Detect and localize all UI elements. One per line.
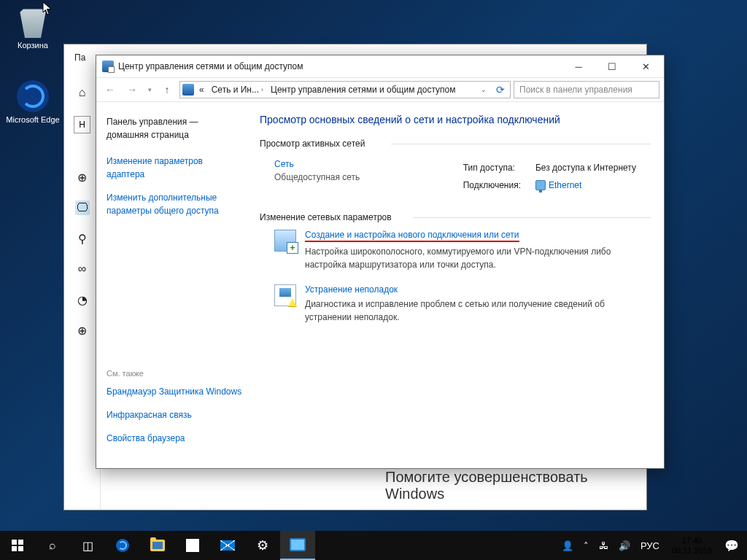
home-icon[interactable]: ⌂ [75,85,90,100]
recycle-bin-icon [17,6,49,38]
network-tray-icon[interactable]: 🖧 [594,531,614,560]
connections-label: Подключения: [463,178,534,194]
firewall-link[interactable]: Брандмауэр Защитника Windows [107,385,242,398]
troubleshoot-icon [274,284,296,306]
ethernet-link[interactable]: Ethernet [549,180,581,190]
data-usage-icon[interactable]: ◔ [75,292,90,307]
explorer-taskbar[interactable] [140,531,175,560]
network-name[interactable]: Сеть [274,159,360,169]
main-pane: Просмотр основных сведений о сети и наст… [252,102,664,468]
status-icon[interactable]: ⊕ [75,170,90,184]
store-taskbar[interactable] [175,531,210,560]
start-button[interactable] [0,531,35,560]
network-type: Общедоступная сеть [274,172,360,182]
sharing-settings-link[interactable]: Изменить дополнительные параметры общего… [107,191,242,217]
address-icon [182,84,194,96]
system-tray: 👤 ˄ 🖧 🔊 РУС 17:40 08.11.2018 💬 [557,531,747,560]
page-title: Просмотр основных сведений о сети и наст… [260,114,651,125]
task-view-button[interactable]: ◫ [70,531,105,560]
proxy-icon[interactable]: ⊕ [75,323,90,338]
recycle-bin-label: Корзина [6,41,60,50]
new-connection-desc: Настройка широкополосного, коммутируемог… [305,245,651,271]
adapter-settings-link[interactable]: Изменение параметров адаптера [107,155,242,181]
tray-chevron[interactable]: ˄ [578,531,594,560]
new-connection-icon [274,230,296,252]
notifications-icon[interactable]: 💬 [719,531,744,560]
people-icon[interactable]: 👤 [557,531,578,560]
feedback-text: Помогите усовершенствовать Windows [385,469,646,502]
refresh-button[interactable]: ⟳ [493,81,508,98]
search-nav[interactable]: Н [74,116,90,133]
edge-label: Microsoft Edge [6,115,60,124]
change-settings-header: Изменение сетевых параметров [260,212,651,222]
edge-taskbar[interactable] [105,531,140,560]
ethernet-icon [535,180,546,190]
sidebar: Панель управления — домашняя страница Из… [96,102,252,468]
time-text: 17:40 [682,535,703,545]
breadcrumb-seg2[interactable]: Центр управления сетями и общим доступом [268,83,458,96]
troubleshoot-action: Устранение неполадок Диагностика и испра… [274,284,651,324]
network-center-window: Центр управления сетями и общим доступом… [96,55,665,469]
toolbar: ← → ▾ ↑ « Сеть и Ин... › Центр управлени… [96,77,664,102]
clock[interactable]: 17:40 08.11.2018 [665,535,719,556]
settings-taskbar[interactable]: ⚙ [245,531,280,560]
dialup-icon[interactable]: ⚲ [75,231,90,246]
infrared-link[interactable]: Инфракрасная связь [107,408,242,421]
taskbar: ⌕ ◫ ⚙ 👤 ˄ 🖧 🔊 РУС 17:40 08.11.2018 💬 [0,531,747,560]
vpn-icon[interactable]: ∞ [75,262,90,276]
recycle-bin[interactable]: Корзина [6,6,60,50]
browser-props-link[interactable]: Свойства браузера [107,432,242,445]
mail-taskbar[interactable] [210,531,245,560]
titlebar[interactable]: Центр управления сетями и общим доступом… [96,55,664,77]
maximize-button[interactable]: ☐ [595,56,629,77]
date-text: 08.11.2018 [672,545,712,556]
breadcrumb-root[interactable]: « [197,83,206,96]
access-type-label: Тип доступа: [463,160,534,176]
minimize-button[interactable]: ─ [562,56,595,77]
edge-icon [17,80,49,112]
edge-shortcut[interactable]: Microsoft Edge [6,80,60,124]
active-network-row: Сеть Общедоступная сеть Тип доступа: Без… [274,159,651,195]
active-networks-header: Просмотр активных сетей [260,139,651,149]
troubleshoot-link[interactable]: Устранение неполадок [305,284,651,295]
back-button[interactable]: ← [101,80,120,99]
ethernet-nav-icon[interactable]: 🖵 [75,201,90,215]
language-indicator[interactable]: РУС [635,531,665,560]
access-type-value: Без доступа к Интернету [535,160,649,176]
recent-dropdown[interactable]: ▾ [144,80,155,99]
control-panel-home[interactable]: Панель управления — домашняя страница [107,115,242,141]
window-title: Центр управления сетями и общим доступом [118,61,303,71]
up-button[interactable]: ↑ [158,80,177,99]
close-button[interactable]: ✕ [629,56,662,77]
breadcrumb-seg1[interactable]: Сеть и Ин... › [209,83,266,96]
new-connection-link[interactable]: Создание и настройка нового подключения … [305,230,651,242]
see-also-header: См. также [107,369,242,378]
forward-button: → [123,80,142,99]
troubleshoot-desc: Диагностика и исправление проблем с сеть… [305,298,651,324]
search-button[interactable]: ⌕ [35,531,70,560]
search-input[interactable] [519,85,656,95]
window-icon [102,61,114,72]
new-connection-action: Создание и настройка нового подключения … [274,230,651,271]
address-bar[interactable]: « Сеть и Ин... › Центр управления сетями… [179,81,511,98]
control-panel-taskbar[interactable] [280,531,315,560]
address-dropdown[interactable]: ⌄ [477,86,490,93]
search-box[interactable] [514,81,659,98]
volume-icon[interactable]: 🔊 [614,531,635,560]
